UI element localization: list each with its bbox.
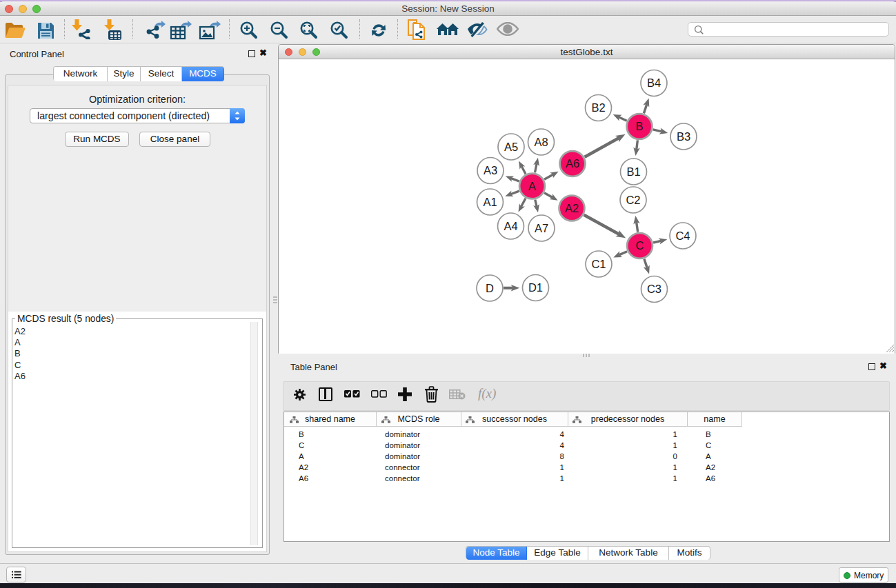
svg-text:B: B xyxy=(635,120,643,132)
svg-text:A7: A7 xyxy=(535,222,548,234)
svg-text:A2: A2 xyxy=(565,202,579,214)
svg-text:C1: C1 xyxy=(591,258,606,270)
svg-text:D: D xyxy=(486,282,494,294)
svg-text:A4: A4 xyxy=(504,220,517,232)
svg-text:A6: A6 xyxy=(566,157,579,170)
svg-text:B4: B4 xyxy=(647,77,661,89)
svg-text:B1: B1 xyxy=(626,165,640,178)
svg-text:C3: C3 xyxy=(647,283,661,295)
svg-text:B3: B3 xyxy=(677,130,690,143)
svg-text:C: C xyxy=(636,239,644,252)
svg-text:A8: A8 xyxy=(534,136,548,148)
svg-text:C2: C2 xyxy=(626,194,640,206)
svg-text:A3: A3 xyxy=(484,164,497,176)
svg-text:D1: D1 xyxy=(528,281,543,294)
svg-text:A1: A1 xyxy=(483,196,497,208)
svg-text:C4: C4 xyxy=(675,230,690,242)
svg-text:A: A xyxy=(528,180,536,192)
svg-text:A5: A5 xyxy=(504,141,518,153)
svg-text:B2: B2 xyxy=(591,101,605,114)
